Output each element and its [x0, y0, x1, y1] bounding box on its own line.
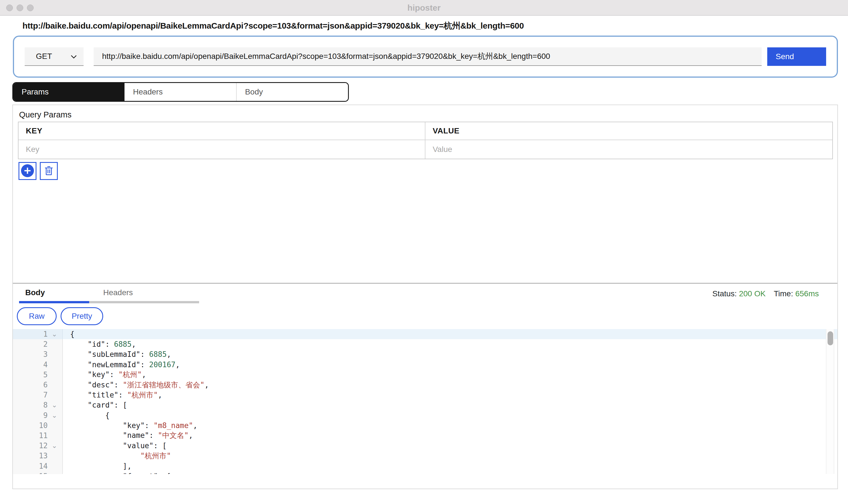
query-params-label: Query Params	[19, 110, 833, 120]
response-body-code: 1⌄{2 "id": 6885,3 "subLemmaId": 6885,4 "…	[13, 329, 837, 474]
window-title: hiposter	[0, 3, 848, 13]
response-tab-body[interactable]: Body	[19, 284, 89, 303]
value-cell	[425, 140, 832, 159]
param-value-input[interactable]	[433, 144, 825, 155]
raw-view-button[interactable]: Raw	[17, 307, 57, 325]
trash-icon	[44, 166, 54, 177]
code-text: "key": "m8_name",	[63, 421, 197, 430]
code-text: "desc": "浙江省辖地级市、省会",	[63, 380, 209, 390]
code-lines: 1⌄{2 "id": 6885,3 "subLemmaId": 6885,4 "…	[13, 329, 837, 474]
code-text: "newLemmaId": 200167,	[63, 360, 180, 369]
line-number-gutter: 14	[13, 461, 63, 471]
url-input[interactable]	[94, 47, 762, 66]
query-params-section: Query Params KEY VALUE	[13, 105, 837, 284]
code-line: 2 "id": 6885,	[13, 339, 837, 349]
status-label: Status:	[712, 289, 737, 298]
add-param-button[interactable]	[18, 162, 36, 180]
code-line: 13 "杭州市"	[13, 451, 837, 461]
scrollbar-thumb[interactable]	[828, 331, 833, 345]
line-number-gutter: 10	[13, 420, 63, 431]
response-tab-body-label: Body	[25, 288, 89, 301]
response-tab-headers-label: Headers	[103, 288, 199, 301]
table-header-row: KEY VALUE	[18, 122, 832, 140]
line-number-gutter: 1⌄	[13, 329, 63, 339]
code-line: 12⌄ "value": [	[13, 440, 837, 451]
code-line: 15 "format": [	[13, 471, 837, 474]
line-number-gutter: 8⌄	[13, 400, 63, 410]
column-header-value: VALUE	[425, 122, 832, 140]
line-number-gutter: 12⌄	[13, 440, 63, 451]
query-params-table: KEY VALUE	[18, 122, 833, 159]
line-number-gutter: 3	[13, 349, 63, 359]
code-line: 3 "subLemmaId": 6885,	[13, 349, 837, 359]
method-select[interactable]: GET	[25, 47, 84, 66]
code-text: ],	[63, 462, 131, 470]
code-text: "key": "杭州",	[63, 370, 146, 380]
code-line: 8⌄ "card": [	[13, 400, 837, 410]
time-value: 656ms	[795, 289, 819, 298]
request-bar: GET Send	[13, 36, 838, 78]
time-label: Time:	[774, 289, 793, 298]
key-cell	[18, 140, 425, 159]
tab-body[interactable]: Body	[236, 83, 348, 101]
column-header-key: KEY	[18, 122, 425, 140]
delete-param-button[interactable]	[40, 162, 58, 180]
code-text: "format": [	[63, 472, 171, 474]
code-text: "subLemmaId": 6885,	[63, 350, 171, 359]
line-number-gutter: 4	[13, 360, 63, 370]
request-tabs: Params Headers Body	[12, 82, 349, 102]
code-line: 4 "newLemmaId": 200167,	[13, 360, 837, 370]
code-line: 1⌄{	[13, 329, 837, 339]
code-line: 11 "name": "中文名",	[13, 431, 837, 440]
line-number-gutter: 9⌄	[13, 410, 63, 420]
code-text: {	[63, 330, 75, 338]
window-titlebar: hiposter	[0, 0, 848, 16]
table-row	[18, 140, 832, 159]
fold-chevron-icon[interactable]: ⌄	[50, 330, 62, 338]
line-number-gutter: 6	[13, 380, 63, 390]
line-number-gutter: 2	[13, 339, 63, 349]
line-number-gutter: 13	[13, 451, 63, 461]
chevron-down-icon	[71, 52, 77, 61]
response-view-buttons: Raw Pretty	[17, 307, 837, 325]
code-line: 6 "desc": "浙江省辖地级市、省会",	[13, 380, 837, 390]
tab-params[interactable]: Params	[13, 83, 124, 101]
code-text: "name": "中文名",	[63, 431, 193, 440]
main-panel: Query Params KEY VALUE	[12, 105, 838, 489]
code-line: 7 "title": "杭州市",	[13, 390, 837, 400]
code-line: 5 "key": "杭州",	[13, 370, 837, 380]
method-select-value: GET	[36, 52, 52, 61]
line-number-gutter: 11	[13, 431, 63, 440]
response-section: Body Headers Status: 200 OK Time: 656ms …	[13, 284, 837, 474]
code-text: "title": "杭州市",	[63, 390, 162, 400]
code-line: 9⌄ {	[13, 410, 837, 420]
plus-circle-icon	[21, 164, 34, 178]
line-number-gutter: 5	[13, 370, 63, 380]
line-number-gutter: 7	[13, 390, 63, 400]
line-number-gutter: 15	[13, 471, 63, 474]
tab-headers[interactable]: Headers	[124, 83, 236, 101]
code-line: 14 ],	[13, 461, 837, 471]
send-button[interactable]: Send	[767, 47, 826, 66]
response-tab-headers[interactable]: Headers	[89, 284, 199, 303]
param-row-buttons	[18, 162, 833, 180]
code-text: "card": [	[63, 401, 127, 409]
pretty-view-button[interactable]: Pretty	[60, 307, 103, 325]
fold-chevron-icon[interactable]: ⌄	[50, 401, 62, 409]
scrollbar-track	[826, 329, 834, 474]
request-url-heading: http://baike.baidu.com/api/openapi/Baike…	[22, 20, 848, 32]
fold-chevron-icon[interactable]: ⌄	[50, 442, 62, 450]
status-value: 200 OK	[739, 289, 765, 298]
param-key-input[interactable]	[26, 144, 418, 155]
code-text: "value": [	[63, 442, 166, 450]
code-text: "id": 6885,	[63, 340, 136, 348]
code-text: {	[63, 411, 110, 420]
code-line: 10 "key": "m8_name",	[13, 420, 837, 431]
fold-chevron-icon[interactable]: ⌄	[50, 412, 62, 419]
code-text: "杭州市"	[63, 451, 171, 461]
response-status-line: Status: 200 OK Time: 656ms	[712, 289, 819, 298]
